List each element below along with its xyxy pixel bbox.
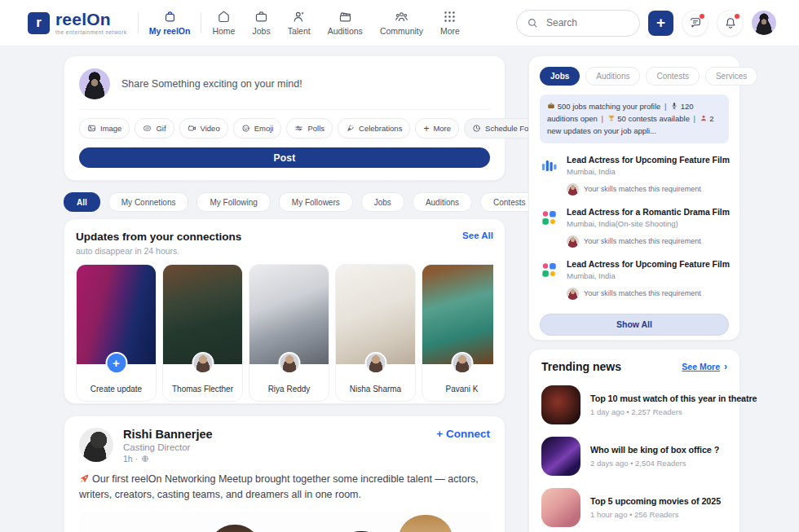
job-listing[interactable]: Lead Actress for Upcoming Feature Film M… — [540, 156, 729, 196]
filter-auditions[interactable]: Auditions — [413, 192, 472, 212]
job-title: Lead Actress for Upcoming Feature Film — [567, 260, 730, 269]
add-story-plus-icon[interactable]: + — [105, 352, 127, 374]
nav-item-talent[interactable]: Talent — [288, 10, 311, 36]
sliders-icon — [294, 124, 303, 133]
polls-button[interactable]: Polls — [286, 118, 333, 138]
chat-icon — [689, 16, 702, 29]
filter-my-followers[interactable]: My Followers — [279, 192, 353, 212]
tab-label: Services — [716, 72, 747, 81]
company-clover-icon — [540, 261, 558, 279]
author-avatar[interactable] — [79, 428, 113, 462]
search-bar[interactable] — [516, 10, 640, 37]
post-photo[interactable] — [79, 512, 490, 532]
post-composer-card: Share Something exciting on your mind! I… — [64, 55, 505, 181]
author-role: Casting Director — [123, 442, 213, 452]
tab-jobs[interactable]: Jobs — [540, 67, 580, 86]
match-avatar — [567, 288, 579, 300]
story-item[interactable]: Nisha Sharma — [335, 264, 416, 402]
story-image — [163, 265, 242, 364]
chip-label: Gif — [156, 124, 166, 133]
chevron-right-icon[interactable]: › — [724, 361, 727, 372]
filter-label: Jobs — [374, 198, 391, 207]
separator: | — [694, 114, 695, 123]
more-actions-button[interactable]: + More — [415, 118, 459, 138]
filter-label: Auditions — [426, 198, 459, 207]
nav-item-my-reelon[interactable]: My reelOn — [149, 10, 191, 36]
trending-title: Trending news — [541, 360, 621, 373]
search-input[interactable] — [545, 16, 629, 29]
see-more-link[interactable]: See More — [682, 362, 720, 372]
jobs-stats-banner: 500 jobs matching your profile | 120 aud… — [540, 95, 729, 143]
home-icon — [217, 10, 231, 24]
news-item[interactable]: Who will be king of box office ? 2 days … — [541, 437, 727, 476]
connect-button[interactable]: + Connect — [436, 428, 490, 464]
image-icon — [87, 124, 96, 133]
tab-auditions[interactable]: Auditions — [585, 67, 640, 86]
notifications-button[interactable] — [717, 10, 744, 37]
job-listing[interactable]: Lead Actress for a Romantic Drama Film M… — [540, 208, 729, 248]
trophy-icon — [607, 114, 616, 123]
story-item[interactable]: Pavani K — [422, 264, 493, 402]
divider — [79, 109, 490, 110]
filter-my-following[interactable]: My Following — [196, 192, 270, 212]
tab-contests[interactable]: Contests — [646, 67, 699, 86]
plus-icon: + — [423, 124, 429, 134]
author-name[interactable]: Rishi Bannerjee — [123, 428, 213, 441]
see-all-link[interactable]: See All — [462, 231, 493, 240]
updates-title: Updates from your connections — [76, 231, 241, 243]
story-item[interactable]: Thomas Flecther — [162, 264, 243, 402]
tab-label: Jobs — [550, 72, 569, 81]
filter-jobs[interactable]: Jobs — [361, 192, 404, 212]
news-thumbnail — [541, 488, 580, 527]
news-meta: 1 day ago • 2,257 Readers — [590, 407, 757, 416]
nav-item-auditions[interactable]: Auditions — [328, 10, 363, 36]
svg-text:GIF: GIF — [145, 127, 149, 130]
match-avatar — [567, 235, 579, 248]
job-match-text: Your skills matches this requirement — [584, 289, 701, 297]
show-all-button[interactable]: Show All — [540, 314, 729, 336]
profile-avatar[interactable] — [752, 11, 776, 35]
post-button[interactable]: Post — [79, 147, 490, 168]
nav-item-more[interactable]: More — [440, 10, 460, 36]
search-icon — [527, 17, 538, 29]
person-star-icon — [292, 10, 306, 24]
nav-item-community[interactable]: Community — [380, 10, 423, 36]
composer-prompt-area[interactable]: Share Something exciting on your mind! — [79, 68, 490, 99]
video-button[interactable]: Video — [179, 118, 228, 138]
nav-label: My reelOn — [149, 26, 191, 36]
emoji-button[interactable]: Emoji — [233, 118, 282, 138]
news-item[interactable]: Top 10 must watch of this year in theatr… — [541, 385, 727, 424]
feed-post-card: Rishi Bannerjee Casting Director 1h · + … — [64, 415, 505, 532]
filter-my-connetions[interactable]: My Connetions — [108, 192, 189, 212]
filter-label: My Followers — [292, 198, 340, 207]
nav-item-jobs[interactable]: Jobs — [252, 10, 270, 36]
story-item[interactable]: Riya Reddy — [249, 264, 329, 402]
notification-dot — [700, 14, 704, 19]
story-avatar — [364, 352, 386, 374]
messages-button[interactable] — [682, 10, 709, 37]
create-button[interactable]: + — [648, 11, 673, 36]
chip-label: More — [433, 124, 451, 133]
nav-item-home[interactable]: Home — [212, 10, 235, 36]
image-button[interactable]: Image — [79, 118, 130, 138]
tab-label: Contests — [656, 72, 688, 81]
job-match-text: Your skills matches this requirement — [584, 237, 701, 245]
filter-all[interactable]: All — [64, 192, 100, 212]
bag-icon — [163, 10, 177, 24]
story-create-update[interactable]: + Create update — [76, 264, 157, 402]
post-text: Our first reelOn Networking Meetup broug… — [79, 473, 479, 500]
rocket-icon — [79, 473, 92, 485]
news-meta: 1 hour ago • 256 Readers — [590, 510, 721, 519]
notification-dot — [735, 14, 739, 19]
gif-button[interactable]: GIF Gif — [135, 118, 174, 138]
celebrations-button[interactable]: Celebrations — [338, 118, 410, 138]
feed-filter-bar: All My Connetions My Following My Follow… — [64, 192, 538, 212]
news-item[interactable]: Top 5 upcoming movies of 2025 1 hour ago… — [541, 488, 727, 527]
job-listing[interactable]: Lead Actress for Upcoming Feature Film M… — [540, 260, 729, 300]
chip-label: Celebrations — [359, 124, 402, 133]
reelon-logo-mark-icon: r — [28, 12, 50, 34]
tab-services[interactable]: Services — [705, 67, 757, 86]
separator: | — [664, 102, 666, 111]
nav-label: Jobs — [252, 26, 270, 36]
reelon-logo[interactable]: r reelOn the entertainment network — [28, 11, 127, 35]
